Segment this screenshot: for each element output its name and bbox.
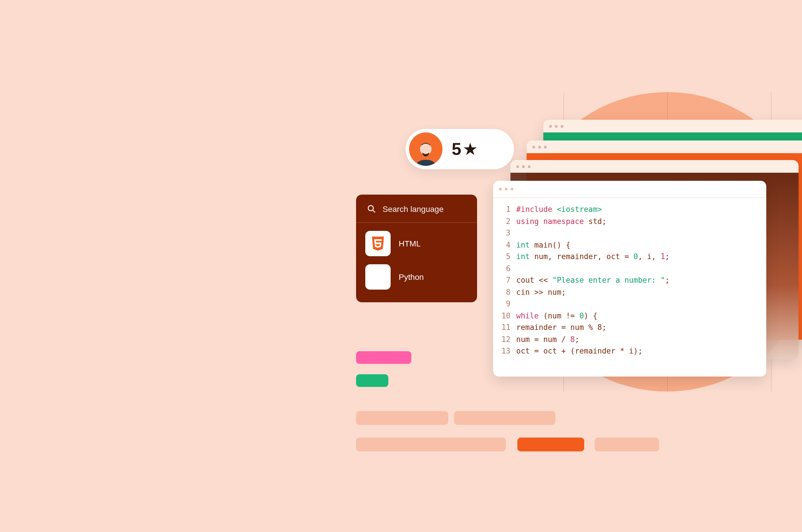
- placeholder-bar: [595, 438, 659, 451]
- sidebar-item-label: Python: [399, 272, 424, 282]
- traffic-light-icon: [522, 165, 525, 168]
- code-line: 12 num = num / 8;: [500, 334, 759, 345]
- line-number: 8: [500, 286, 516, 298]
- code-content: 1#include <iostream>2using namespace std…: [493, 198, 766, 363]
- traffic-light-icon: [538, 145, 541, 148]
- traffic-light-icon: [505, 188, 508, 191]
- placeholder-bar: [454, 411, 555, 425]
- code-line-content: int main() {: [516, 239, 570, 251]
- line-number: 4: [500, 239, 516, 251]
- code-line: 6: [500, 263, 759, 274]
- line-number: 1: [500, 204, 516, 216]
- code-line-content: cout << "Please enter a number: ";: [516, 274, 670, 286]
- sidebar-item-html[interactable]: HTML: [365, 231, 468, 256]
- code-line: 1#include <iostream>: [500, 204, 759, 216]
- code-line-content: num = num / 8;: [516, 334, 579, 345]
- code-line-content: oct = oct + (remainder * i);: [516, 345, 642, 357]
- code-line: 11 remainder = num % 8;: [500, 322, 759, 334]
- code-line-content: #include <iostream>: [516, 204, 602, 216]
- code-line: 10 while (num != 0) {: [500, 310, 759, 322]
- code-line-content: remainder = num % 8;: [516, 322, 606, 334]
- line-number: 10: [500, 310, 516, 322]
- line-number: 7: [500, 274, 516, 286]
- traffic-light-icon: [549, 125, 552, 128]
- placeholder-bar: [356, 438, 506, 451]
- line-number: 13: [500, 345, 516, 357]
- sidebar-item-python[interactable]: Python: [365, 264, 468, 290]
- traffic-light-icon: [528, 165, 531, 168]
- code-line-content: using namespace std;: [516, 216, 606, 227]
- code-line-content: int num, remainder, oct = 0, i, 1;: [516, 251, 670, 263]
- code-line: 13 oct = oct + (remainder * i);: [500, 345, 759, 357]
- code-line-content: cin >> num;: [516, 286, 566, 298]
- traffic-light-icon: [544, 145, 547, 148]
- blank-icon: [365, 264, 390, 290]
- code-line: 2using namespace std;: [500, 216, 759, 227]
- traffic-light-icon: [555, 125, 558, 128]
- code-line-content: [516, 227, 521, 239]
- search-input[interactable]: Search language: [356, 195, 477, 223]
- sidebar-item-label: HTML: [399, 239, 421, 248]
- code-line: 7 cout << "Please enter a number: ";: [500, 274, 759, 286]
- traffic-light-icon: [532, 145, 535, 148]
- code-window: 1#include <iostream>2using namespace std…: [493, 181, 766, 377]
- line-number: 9: [500, 298, 516, 310]
- rating-score: 5: [452, 139, 461, 159]
- line-number: 11: [500, 322, 516, 334]
- rating-pill: 5 ★: [406, 129, 514, 169]
- code-line-content: while (num != 0) {: [516, 310, 598, 322]
- html5-icon: [365, 231, 390, 256]
- placeholder-bar: [517, 438, 584, 451]
- code-line-content: [516, 298, 521, 310]
- placeholder-bar: [356, 374, 388, 387]
- line-number: 6: [500, 263, 516, 274]
- traffic-light-icon: [561, 125, 564, 128]
- line-number: 5: [500, 251, 516, 263]
- line-number: 2: [500, 216, 516, 227]
- traffic-light-icon: [516, 165, 519, 168]
- svg-line-3: [373, 210, 375, 213]
- traffic-light-icon: [510, 188, 513, 191]
- traffic-light-icon: [499, 188, 502, 191]
- code-line: 5 int num, remainder, oct = 0, i, 1;: [500, 251, 759, 263]
- search-placeholder: Search language: [383, 204, 444, 214]
- code-line: 4int main() {: [500, 239, 759, 251]
- placeholder-bar: [356, 411, 448, 425]
- window-chrome: [493, 181, 766, 198]
- window-chrome: [527, 140, 802, 153]
- code-line-content: [516, 263, 521, 274]
- code-line: 9: [500, 298, 759, 310]
- placeholder-bar: [356, 351, 412, 364]
- search-icon: [366, 204, 377, 214]
- window-chrome: [510, 160, 799, 173]
- svg-point-2: [368, 206, 373, 211]
- language-sidebar: Search language HTMLPython: [356, 195, 477, 302]
- star-icon: ★: [463, 140, 477, 158]
- code-line: 3: [500, 227, 759, 239]
- window-chrome: [543, 120, 802, 132]
- avatar: [409, 132, 442, 166]
- code-line: 8 cin >> num;: [500, 286, 759, 298]
- line-number: 12: [500, 334, 516, 345]
- line-number: 3: [500, 227, 516, 239]
